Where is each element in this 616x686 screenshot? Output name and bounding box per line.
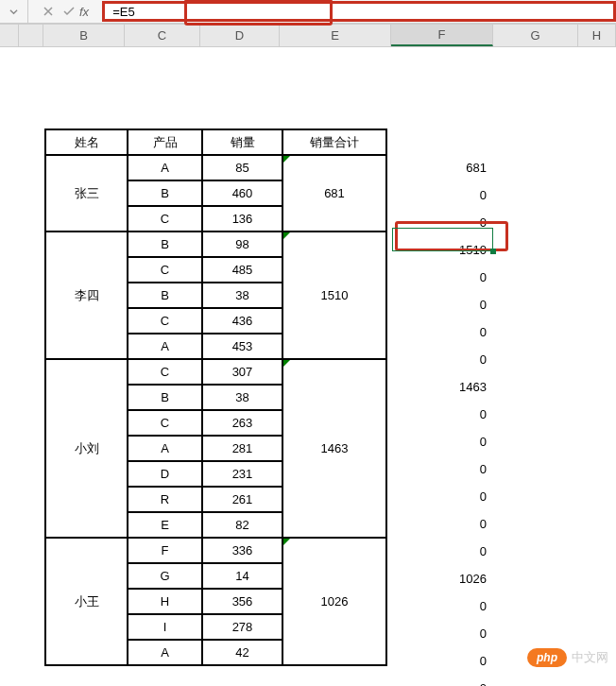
header-sales[interactable]: 销量 [202, 129, 282, 155]
cell-sales[interactable]: 460 [202, 180, 282, 206]
f-column-cell[interactable]: 1510 [390, 236, 492, 264]
f-column-cell[interactable]: 0 [390, 264, 492, 291]
col-header-b[interactable]: B [43, 25, 125, 46]
cell-total[interactable]: 1463 [282, 359, 386, 538]
cell-product[interactable]: A [128, 155, 202, 180]
col-header-d[interactable]: D [200, 25, 280, 46]
cell-sales[interactable]: 307 [202, 359, 282, 385]
col-header-a-partial[interactable] [19, 25, 43, 46]
f-column-cell[interactable]: 1463 [390, 373, 492, 401]
header-total[interactable]: 销量合计 [282, 129, 386, 155]
f-column-cell[interactable]: 0 [390, 620, 492, 647]
header-product[interactable]: 产品 [128, 129, 202, 155]
cell-name[interactable]: 李四 [45, 232, 128, 359]
select-all-corner[interactable] [0, 25, 19, 46]
cell-sales[interactable]: 136 [202, 206, 282, 232]
cell-product[interactable]: I [128, 614, 202, 640]
cell-product[interactable]: C [128, 206, 202, 232]
cell-product[interactable]: B [128, 180, 202, 206]
cell-product[interactable]: C [128, 257, 202, 283]
cell-name[interactable]: 小刘 [45, 359, 128, 538]
formula-controls: fx [28, 1, 102, 22]
cell-sales[interactable]: 38 [202, 385, 282, 410]
f-column-values: 6810015100000146300000010260000 [390, 154, 492, 686]
cell-name[interactable]: 小王 [45, 538, 128, 665]
table-row: 小王F3361026 [45, 538, 386, 563]
cell-name[interactable]: 张三 [45, 155, 128, 232]
cell-total[interactable]: 681 [282, 155, 386, 232]
cell-product[interactable]: G [128, 563, 202, 589]
confirm-icon[interactable] [59, 1, 79, 22]
cell-product[interactable]: C [128, 359, 202, 385]
col-header-e[interactable]: E [280, 25, 391, 46]
cell-sales[interactable]: 356 [202, 589, 282, 614]
cell-sales[interactable]: 263 [202, 410, 282, 436]
table-row: 李四B981510 [45, 232, 386, 257]
cell-product[interactable]: C [128, 308, 202, 334]
f-column-cell[interactable]: 0 [390, 675, 492, 686]
chevron-down-icon [9, 8, 18, 16]
f-column-cell[interactable]: 681 [390, 154, 492, 181]
f-column-cell[interactable]: 0 [390, 510, 492, 538]
cell-sales[interactable]: 85 [202, 155, 282, 180]
cell-sales[interactable]: 38 [202, 283, 282, 308]
cell-product[interactable]: B [128, 232, 202, 257]
php-logo: php [527, 648, 567, 667]
name-box[interactable] [0, 0, 28, 23]
f-column-cell[interactable]: 0 [390, 291, 492, 318]
formula-input[interactable]: =E5 [102, 1, 616, 22]
watermark-text: 中文网 [572, 649, 608, 666]
f-column-cell[interactable]: 0 [390, 455, 492, 483]
cell-sales[interactable]: 436 [202, 308, 282, 334]
cell-product[interactable]: D [128, 461, 202, 487]
watermark: php 中文网 [527, 648, 608, 667]
f-column-cell[interactable]: 0 [390, 483, 492, 510]
cell-product[interactable]: E [128, 512, 202, 538]
cell-product[interactable]: F [128, 538, 202, 563]
col-header-h[interactable]: H [578, 25, 616, 46]
formula-bar: fx =E5 [0, 0, 616, 25]
header-name[interactable]: 姓名 [45, 129, 128, 155]
f-column-cell[interactable]: 0 [390, 538, 492, 565]
column-headers: B C D E F G H [0, 25, 616, 47]
f-column-cell[interactable]: 0 [390, 401, 492, 428]
cell-product[interactable]: R [128, 487, 202, 512]
f-column-cell[interactable]: 0 [390, 428, 492, 455]
table-header-row: 姓名 产品 销量 销量合计 [45, 129, 386, 155]
f-column-cell[interactable]: 0 [390, 647, 492, 675]
cell-sales[interactable]: 485 [202, 257, 282, 283]
table-row: 张三A85681 [45, 155, 386, 180]
cell-sales[interactable]: 82 [202, 512, 282, 538]
cell-product[interactable]: C [128, 410, 202, 436]
cell-sales[interactable]: 281 [202, 436, 282, 461]
col-header-f[interactable]: F [391, 25, 493, 46]
cell-sales[interactable]: 453 [202, 334, 282, 359]
cell-product[interactable]: B [128, 385, 202, 410]
cell-sales[interactable]: 14 [202, 563, 282, 589]
cell-sales[interactable]: 336 [202, 538, 282, 563]
cell-product[interactable]: B [128, 283, 202, 308]
cell-total[interactable]: 1026 [282, 538, 386, 665]
f-column-cell[interactable]: 1026 [390, 565, 492, 592]
f-column-cell[interactable]: 0 [390, 592, 492, 620]
f-column-cell[interactable]: 0 [390, 209, 492, 236]
f-column-cell[interactable]: 0 [390, 346, 492, 373]
f-column-cell[interactable]: 0 [390, 181, 492, 209]
cell-total[interactable]: 1510 [282, 232, 386, 359]
data-table: 姓名 产品 销量 销量合计 张三A85681B460C136李四B981510C… [44, 129, 387, 666]
cell-sales[interactable]: 42 [202, 640, 282, 665]
cell-sales[interactable]: 261 [202, 487, 282, 512]
cell-product[interactable]: A [128, 334, 202, 359]
table-row: 小刘C3071463 [45, 359, 386, 385]
col-header-c[interactable]: C [125, 25, 200, 46]
cell-product[interactable]: H [128, 589, 202, 614]
cell-sales[interactable]: 278 [202, 614, 282, 640]
cell-product[interactable]: A [128, 436, 202, 461]
fx-icon[interactable]: fx [79, 5, 89, 19]
f-column-cell[interactable]: 0 [390, 318, 492, 346]
cell-sales[interactable]: 98 [202, 232, 282, 257]
col-header-g[interactable]: G [493, 25, 578, 46]
cell-sales[interactable]: 231 [202, 461, 282, 487]
cancel-icon[interactable] [38, 1, 59, 22]
cell-product[interactable]: A [128, 640, 202, 665]
